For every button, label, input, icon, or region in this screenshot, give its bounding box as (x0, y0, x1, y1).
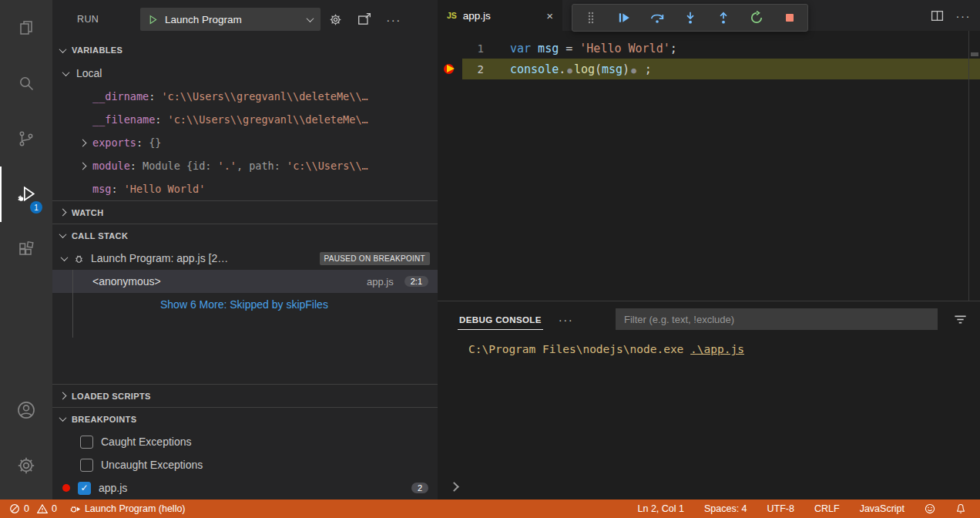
step-out-icon[interactable] (706, 6, 740, 29)
variable-row-exports[interactable]: exports: {} (52, 131, 438, 154)
console-file-link[interactable]: .\app.js (690, 343, 744, 355)
run-debug-icon[interactable]: 1 (0, 166, 52, 222)
error-icon (9, 503, 20, 514)
cursor-position[interactable]: Ln 2, Col 1 (635, 503, 687, 514)
overview-ruler (968, 31, 969, 301)
variable-name: module (92, 160, 130, 172)
variable-row-dirname[interactable]: __dirname: 'c:\\Users\\gregvanl\\deleteM… (52, 85, 438, 108)
section-label: BREAKPOINTS (72, 415, 136, 424)
checkbox-unchecked[interactable] (80, 436, 93, 449)
continue-icon[interactable] (607, 6, 640, 29)
section-call-stack[interactable]: CALL STACK (52, 224, 438, 247)
problems-indicator[interactable]: 0 0 (6, 503, 60, 514)
encoding[interactable]: UTF-8 (764, 503, 797, 514)
accounts-icon[interactable] (0, 382, 52, 438)
variable-row-module[interactable]: module: Module {id: '.', path: 'c:\\User… (52, 154, 438, 177)
breakpoint-row-caught[interactable]: Caught Exceptions (52, 430, 438, 453)
more-actions-icon[interactable]: ··· (379, 8, 408, 31)
console-filter-input[interactable] (616, 308, 938, 330)
checkbox-unchecked[interactable] (80, 459, 93, 472)
stop-icon[interactable] (773, 6, 806, 29)
toolbar-drag-handle[interactable] (574, 6, 607, 29)
section-loaded-scripts[interactable]: LOADED SCRIPTS (52, 384, 438, 407)
section-breakpoints[interactable]: BREAKPOINTS (52, 407, 438, 430)
feedback-smiley-icon[interactable] (921, 503, 938, 514)
more-actions-icon[interactable]: ··· (559, 313, 574, 326)
variable-row-filename[interactable]: __filename: 'c:\\Users\\gregvanl\\delete… (52, 108, 438, 131)
more-actions-icon[interactable]: ··· (956, 9, 972, 22)
source-control-icon[interactable] (0, 111, 52, 166)
section-watch[interactable]: WATCH (52, 200, 438, 224)
extensions-icon[interactable] (0, 222, 52, 278)
explorer-icon[interactable] (0, 0, 52, 56)
chevron-down-icon (59, 45, 67, 53)
section-variables[interactable]: VARIABLES (52, 39, 438, 62)
console-input-row[interactable] (438, 473, 980, 500)
notifications-bell-icon[interactable] (952, 503, 969, 514)
restart-icon[interactable] (740, 6, 773, 29)
tab-label: app.js (463, 10, 491, 22)
tab-appjs[interactable]: JS app.js × (438, 0, 562, 31)
chevron-down-icon (59, 414, 67, 422)
line-number: 2 (462, 63, 484, 76)
current-execution-line: 2 console.●log(msg)● ; (462, 59, 980, 79)
variable-row-msg[interactable]: msg: 'Hello World' (52, 177, 438, 200)
debug-toolbar (572, 4, 808, 32)
inline-breakpoint-icon: ● (631, 66, 636, 76)
console-output: C:\Program Files\nodejs\node.exe .\app.j… (438, 337, 980, 473)
scrollbar-thumb[interactable] (971, 52, 978, 56)
inline-breakpoint-icon: ● (567, 66, 572, 76)
section-label: VARIABLES (72, 45, 123, 55)
active-debug-session[interactable]: Launch Program (hello) (66, 503, 189, 515)
launch-config-dropdown[interactable]: Launch Program (140, 8, 321, 31)
breakpoint-gutter[interactable] (438, 59, 462, 79)
code-editor[interactable]: 1 var msg = 'Hello World'; 2 console.●lo… (438, 31, 980, 301)
step-into-icon[interactable] (673, 6, 706, 29)
breakpoint-gutter[interactable] (438, 38, 462, 59)
chevron-down-icon (59, 230, 67, 238)
settings-gear-icon[interactable] (0, 438, 52, 493)
status-bar: 0 0 Launch Program (hello) Ln 2, Col 1 S… (0, 500, 980, 518)
filter-icon[interactable] (953, 312, 968, 327)
indent-guide (72, 270, 73, 338)
code-line-2[interactable]: 2 console.●log(msg)● ; (438, 59, 980, 79)
debug-icon (69, 503, 81, 515)
chevron-right-icon (79, 139, 87, 146)
tab-debug-console[interactable]: DEBUG CONSOLE (458, 309, 543, 330)
debug-console-icon[interactable] (350, 8, 379, 31)
console-command-text: C:\Program Files\nodejs\node.exe (468, 343, 690, 355)
stack-frame-row[interactable]: <anonymous> app.js 2:1 (52, 270, 438, 293)
paused-on-breakpoint-badge: PAUSED ON BREAKPOINT (320, 252, 430, 265)
variable-name: __dirname (92, 90, 149, 103)
breakpoint-row-appjs[interactable]: ✓ app.js 2 (52, 476, 438, 500)
indentation[interactable]: Spaces: 4 (701, 503, 750, 514)
show-more-frames-link[interactable]: Show 6 More: Skipped by skipFiles (52, 293, 438, 316)
variable-value: 'c:\\Users\\gregvanl\\deleteMe\… (168, 113, 368, 126)
chevron-down-icon (62, 69, 70, 76)
chevron-right-icon (59, 209, 67, 217)
scope-local-row[interactable]: Local (52, 62, 438, 85)
launch-settings-gear-icon[interactable] (321, 8, 350, 31)
variable-value: 'c:\\Users\\gregvanl\\deleteMe\\… (161, 90, 368, 103)
section-label: CALL STACK (72, 231, 128, 240)
call-stack-body: <anonymous> app.js 2:1 Show 6 More: Skip… (52, 270, 438, 384)
variable-name: __filename (92, 113, 155, 126)
debug-console-panel: DEBUG CONSOLE ··· C:\Program Files\nodej… (438, 301, 980, 500)
eol-sequence[interactable]: CRLF (811, 503, 843, 514)
breakpoint-count-badge: 2 (411, 483, 428, 493)
breakpoint-label: app.js (99, 482, 127, 494)
sidebar-title: RUN (77, 14, 140, 25)
close-icon[interactable]: × (546, 9, 553, 22)
activity-bar: 1 (0, 0, 52, 500)
code-line-1[interactable]: 1 var msg = 'Hello World'; (438, 38, 980, 59)
activity-bar-bottom (0, 382, 52, 500)
breakpoint-row-uncaught[interactable]: Uncaught Exceptions (52, 453, 438, 476)
search-icon[interactable] (0, 56, 52, 111)
step-over-icon[interactable] (640, 6, 673, 29)
checkbox-checked[interactable]: ✓ (78, 482, 91, 495)
variable-value: {} (149, 136, 161, 149)
split-editor-icon[interactable] (931, 9, 944, 22)
run-debug-sidebar: RUN Launch Program (52, 0, 438, 500)
language-mode[interactable]: JavaScript (857, 503, 908, 514)
debug-session-row[interactable]: Launch Program: app.js [2… PAUSED ON BRE… (52, 247, 438, 270)
